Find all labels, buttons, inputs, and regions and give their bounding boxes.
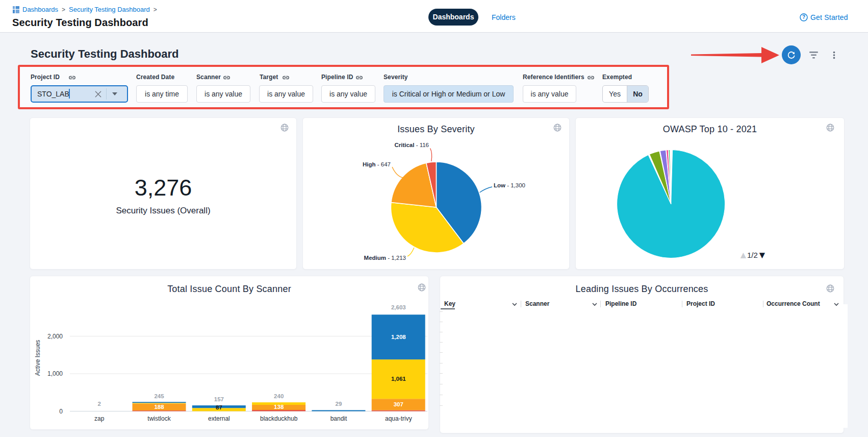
svg-text:188: 188: [154, 404, 164, 410]
svg-text:240: 240: [274, 393, 284, 399]
svg-text:aqua-trivy: aqua-trivy: [385, 415, 412, 422]
svg-text:1,208: 1,208: [391, 334, 406, 340]
svg-text:29: 29: [336, 401, 342, 407]
svg-text:bandit: bandit: [330, 415, 347, 422]
svg-text:twistlock: twistlock: [147, 415, 171, 422]
svg-text:2: 2: [98, 401, 101, 407]
svg-text:87: 87: [216, 404, 222, 410]
svg-text:2,603: 2,603: [391, 304, 406, 310]
svg-text:?: ?: [802, 14, 805, 20]
svg-text:▼: ▼: [757, 250, 767, 260]
svg-text:1,061: 1,061: [391, 376, 406, 382]
svg-text:245: 245: [154, 393, 164, 399]
svg-text:Active Issues: Active Issues: [34, 340, 41, 376]
svg-text:157: 157: [214, 396, 224, 402]
svg-text:Critical - 116: Critical - 116: [394, 142, 429, 148]
svg-text:0: 0: [59, 408, 63, 415]
svg-text:High - 647: High - 647: [363, 161, 391, 167]
svg-text:1,000: 1,000: [47, 370, 63, 377]
svg-text:blackduckhub: blackduckhub: [260, 415, 298, 422]
svg-text:Medium - 1,213: Medium - 1,213: [364, 255, 406, 261]
svg-text:external: external: [208, 415, 230, 422]
svg-text:Low - 1,300: Low - 1,300: [494, 182, 525, 188]
svg-text:307: 307: [394, 401, 403, 407]
svg-text:1/2: 1/2: [747, 251, 758, 259]
svg-text:2,000: 2,000: [47, 333, 63, 340]
svg-text:138: 138: [274, 404, 284, 410]
svg-text:zap: zap: [94, 415, 105, 422]
svg-text:▲: ▲: [738, 250, 748, 260]
